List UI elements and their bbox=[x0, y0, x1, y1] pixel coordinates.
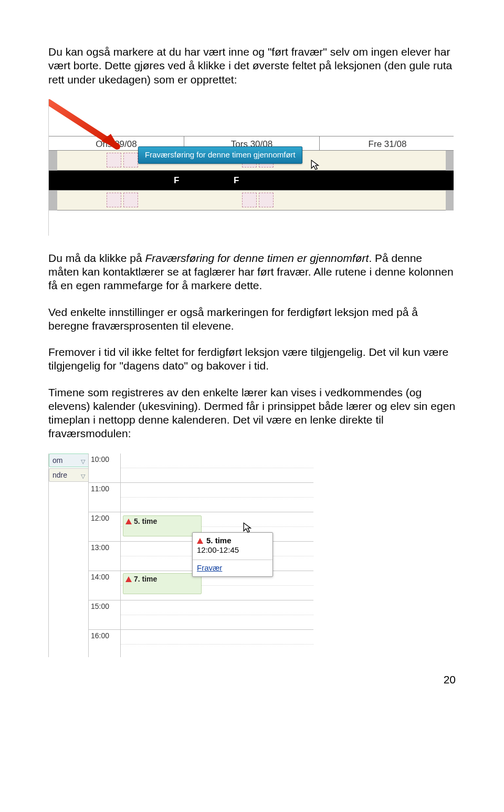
paragraph-3: Ved enkelte innstillinger er også marker… bbox=[48, 305, 456, 333]
f-mark: F bbox=[174, 175, 179, 186]
time-column: 10:00 11:00 12:00 13:00 14:00 15:00 16:0… bbox=[88, 454, 121, 657]
lesson-block bbox=[446, 191, 454, 210]
slot-row-3 bbox=[49, 191, 454, 210]
hour-slot[interactable] bbox=[121, 630, 313, 657]
sidebar-label: om bbox=[52, 456, 62, 465]
popup-time: 12:00-12:45 bbox=[197, 545, 239, 554]
time-label: 13:00 bbox=[89, 542, 120, 571]
triangle-icon bbox=[197, 538, 203, 544]
paragraph-4: Fremover i tid vil ikke feltet for ferdi… bbox=[48, 345, 456, 373]
hour-slot[interactable] bbox=[121, 600, 313, 630]
time-label: 16:00 bbox=[89, 630, 120, 657]
cursor-icon bbox=[310, 159, 322, 174]
time-label: 15:00 bbox=[89, 600, 120, 630]
lesson-cell[interactable] bbox=[123, 153, 138, 167]
triangle-icon bbox=[125, 519, 132, 524]
sidebar-item-2[interactable]: ndre ▽ bbox=[49, 468, 88, 482]
lesson-cell[interactable] bbox=[123, 193, 138, 207]
sidebar-item-1[interactable]: om ▽ bbox=[49, 454, 88, 467]
time-label: 14:00 bbox=[89, 571, 120, 600]
calendar-sidebar: om ▽ ndre ▽ bbox=[49, 454, 88, 483]
paragraph-2: Du må da klikke på Fraværsføring for den… bbox=[48, 251, 456, 293]
paragraph-5: Timene som registreres av den enkelte læ… bbox=[48, 386, 456, 441]
fravaer-link[interactable]: Fravær bbox=[197, 563, 222, 572]
time-label: 10:00 bbox=[89, 454, 120, 483]
page-number: 20 bbox=[48, 673, 456, 687]
time-label: 11:00 bbox=[89, 483, 120, 512]
p2-a: Du må da klikke på bbox=[48, 252, 145, 264]
event-popup: 5. time 12:00-12:45 Fravær bbox=[192, 532, 273, 577]
day-column: 5. time 7. time 5. time 12:00-12:45 Frav… bbox=[121, 454, 313, 657]
hour-slot[interactable] bbox=[121, 454, 313, 483]
event-label: 5. time bbox=[134, 517, 157, 525]
p2-em: Fraværsføring for denne timen er gjennom… bbox=[145, 252, 369, 264]
sidebar-label: ndre bbox=[52, 471, 67, 479]
slot-row-2: F F bbox=[49, 171, 454, 191]
popup-title: 5. time bbox=[206, 536, 232, 545]
time-label: 12:00 bbox=[89, 512, 120, 542]
lesson-cell[interactable] bbox=[107, 193, 121, 207]
chevron-down-icon: ▽ bbox=[81, 458, 85, 466]
calendar-event-7time[interactable]: 7. time bbox=[123, 573, 202, 594]
f-mark: F bbox=[234, 175, 239, 186]
lesson-block bbox=[446, 151, 454, 171]
paragraph-1: Du kan også markere at du har vært inne … bbox=[48, 45, 456, 87]
cursor-icon bbox=[243, 522, 254, 537]
lesson-cell[interactable] bbox=[242, 193, 257, 207]
calendar-event-5time[interactable]: 5. time bbox=[123, 515, 202, 536]
day-fre: Fre 31/08 bbox=[320, 136, 454, 150]
lesson-block bbox=[49, 151, 57, 171]
event-label: 7. time bbox=[134, 575, 157, 583]
figure-calendar: om ▽ ndre ▽ 10:00 11:00 12:00 13:00 14:0… bbox=[48, 454, 313, 657]
figure-timetable: Ons 29/08 Tors 30/08 Fre 31/08 F F Fravæ… bbox=[48, 99, 454, 236]
lesson-cell[interactable] bbox=[259, 193, 274, 207]
lesson-block bbox=[49, 191, 57, 210]
chevron-down-icon: ▽ bbox=[81, 473, 85, 480]
hour-slot[interactable] bbox=[121, 483, 313, 512]
triangle-icon bbox=[125, 576, 132, 582]
lesson-cell[interactable] bbox=[107, 153, 121, 167]
fravaer-tooltip[interactable]: Fraværsføring for denne timen gjennomfør… bbox=[138, 146, 302, 164]
